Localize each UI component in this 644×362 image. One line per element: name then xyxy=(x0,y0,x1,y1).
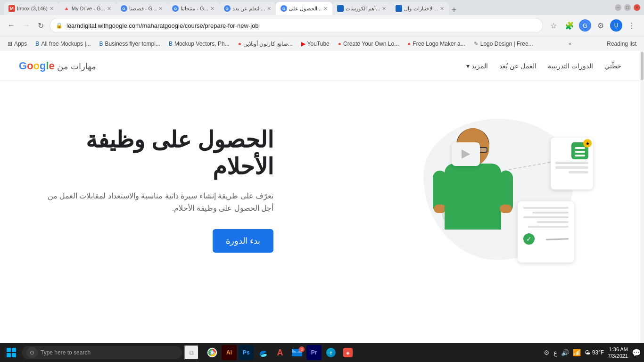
tab4-close[interactable]: ✕ xyxy=(210,6,215,12)
bookmark-cartoon[interactable]: ● صانع كارتون أونلاين... xyxy=(234,39,297,49)
tab8-close[interactable]: ✕ xyxy=(440,6,444,12)
volume-icon[interactable]: 🔊 xyxy=(561,349,569,356)
bookmark-logo-design[interactable]: ✎ Logo Design | Free... xyxy=(470,39,537,49)
taskbar-autocad[interactable]: A xyxy=(272,345,288,360)
taskbar-mail[interactable]: 3 xyxy=(289,345,305,360)
nav-courses[interactable]: الدورات التدريبية xyxy=(548,62,593,70)
start-course-button[interactable]: بدء الدورة xyxy=(213,229,273,253)
website-content: خطّتي الدورات التدريبية العمل عن بُعد ال… xyxy=(0,51,640,343)
bookmark-apps[interactable]: ⊞ Apps xyxy=(4,39,31,49)
logo-g2: g xyxy=(40,60,46,72)
tab-gmail[interactable]: M Inbox (3,146) ✕ xyxy=(4,2,58,15)
bookmark-flyer[interactable]: B Business flyer templ... xyxy=(96,39,164,49)
taskbar-illustrator[interactable]: Ai xyxy=(222,345,237,360)
bookmark-logo-maker[interactable]: ● Create Your Own Lo... xyxy=(334,39,403,49)
minimize-button[interactable]: ─ xyxy=(615,4,621,11)
bookmark-flyer-icon: B xyxy=(99,41,103,47)
logo-o2: o xyxy=(33,60,40,72)
toolbar-icons: ☆ 🧩 G ⚙ U ⋮ xyxy=(547,19,638,32)
card-document: ✓ xyxy=(518,201,574,263)
new-tab-button[interactable]: + xyxy=(449,5,460,15)
start-button[interactable] xyxy=(3,344,20,361)
clock-area[interactable]: 1:36 AM 7/3/2021 xyxy=(608,346,628,360)
tab-8[interactable]: الاختبارات وال... ✕ xyxy=(391,2,448,15)
nav-links: خطّتي الدورات التدريبية العمل عن بُعد ال… xyxy=(466,62,621,70)
bookmark-cartoon-icon: ● xyxy=(238,41,241,47)
bookmark-free-logo[interactable]: ● Free Logo Maker a... xyxy=(404,39,469,49)
forward-button[interactable]: → xyxy=(21,19,32,32)
taskbar-browser2[interactable]: e xyxy=(323,345,339,360)
tab3-label: قصصنا - G... xyxy=(129,6,157,12)
tab-active[interactable]: G الحصول على... ✕ xyxy=(276,2,332,15)
bookmark-logo-maker-icon: ● xyxy=(338,41,341,47)
person-arm-right xyxy=(499,171,513,213)
bookmark-vectors[interactable]: B Mockup Vectors, Ph... xyxy=(165,39,233,49)
tab-gmail-close[interactable]: ✕ xyxy=(50,6,54,12)
doc-check-icon: ✓ xyxy=(523,233,535,245)
tab4-favicon: G xyxy=(172,5,179,12)
reading-list-button[interactable]: Reading list xyxy=(603,39,640,49)
task-view-button[interactable]: ⧉ xyxy=(184,345,199,360)
logo-g: G xyxy=(19,60,27,72)
network-icon[interactable]: 📶 xyxy=(573,349,581,356)
youtube-icon: ▶ xyxy=(301,41,305,47)
nav-remote[interactable]: العمل عن بُعد xyxy=(499,62,537,70)
tab8-favicon xyxy=(396,5,402,12)
tab4-label: منتجاتنا - G... xyxy=(181,6,208,12)
bookmark-logo-design-icon: ✎ xyxy=(474,41,479,47)
taskbar-app-extra[interactable]: ◈ xyxy=(340,345,355,360)
tab7-close[interactable]: ✕ xyxy=(382,6,386,12)
url-bar[interactable]: 🔒 learndigital.withgoogle.com/maharatgoo… xyxy=(50,18,543,33)
maximize-button[interactable]: □ xyxy=(624,4,631,11)
weather-area[interactable]: 🌤 93°F xyxy=(585,349,604,356)
lock-icon: 🔒 xyxy=(56,22,63,29)
tab-3[interactable]: G قصصنا - G... ✕ xyxy=(116,2,168,15)
scrollbar[interactable] xyxy=(640,51,644,343)
bookmarks-more[interactable]: » xyxy=(565,39,576,49)
tab6-close[interactable]: ✕ xyxy=(323,6,328,12)
taskbar-edge[interactable] xyxy=(256,345,271,360)
svg-point-2 xyxy=(211,351,214,354)
tab-drive-close[interactable]: ✕ xyxy=(107,6,111,12)
taskbar-chrome[interactable] xyxy=(205,345,220,360)
tab3-close[interactable]: ✕ xyxy=(158,6,163,12)
back-button[interactable]: ← xyxy=(6,19,17,32)
close-button[interactable]: ✕ xyxy=(634,4,640,11)
tab-gmail-label: Inbox (3,146) xyxy=(17,6,48,11)
google-account-icon[interactable]: G xyxy=(579,19,591,32)
tab-4[interactable]: G منتجاتنا - G... ✕ xyxy=(167,2,219,15)
menu-button[interactable]: ⋮ xyxy=(625,19,638,32)
nav-my-plan[interactable]: خطّتي xyxy=(604,62,621,70)
nav-more[interactable]: المزيد ▾ xyxy=(466,62,488,70)
scrollbar-thumb[interactable] xyxy=(641,52,644,80)
gmail-favicon: M xyxy=(8,5,15,12)
site-nav: خطّتي الدورات التدريبية العمل عن بُعد ال… xyxy=(0,51,640,81)
bookmark-mockups[interactable]: B All free Mockups |... xyxy=(32,39,94,49)
logo-text-arabic: مهارات من xyxy=(55,62,96,71)
bookmark-youtube[interactable]: ▶ YouTube xyxy=(297,39,333,49)
tab5-close[interactable]: ✕ xyxy=(267,6,271,12)
taskbar-photoshop[interactable]: Ps xyxy=(239,345,254,360)
notification-icon[interactable]: 💬 xyxy=(632,348,641,357)
tab-7[interactable]: أهم الكورسات... ✕ xyxy=(332,2,391,15)
weather-icon: 🌤 xyxy=(585,349,590,356)
taskbar-premiere[interactable]: Pr xyxy=(306,345,322,360)
doc-line-5 xyxy=(528,226,569,228)
browser-window: M Inbox (3,146) ✕ 🔺 My Drive - G... ✕ G … xyxy=(0,0,644,362)
bookmark-vectors-icon: B xyxy=(169,41,173,47)
doc-line-4 xyxy=(537,221,569,223)
hero-text: الحصول على وظيفة الأحلام تعرّف على طريقة… xyxy=(38,126,273,253)
language-indicator[interactable]: ع xyxy=(553,349,557,356)
tab-5[interactable]: G التعلم عن بعد... ✕ xyxy=(219,2,276,15)
profile-button[interactable]: U xyxy=(610,19,622,32)
tab-drive[interactable]: 🔺 My Drive - G... ✕ xyxy=(58,2,116,15)
windows-logo xyxy=(7,348,16,357)
person-body xyxy=(445,164,501,230)
settings-button[interactable]: ⚙ xyxy=(594,19,607,32)
bookmark-free-logo-label: Free Logo Maker a... xyxy=(413,41,465,47)
taskbar-search[interactable]: ⊙ Type here to search xyxy=(22,346,182,359)
star-button[interactable]: ☆ xyxy=(547,19,560,32)
settings-tray-icon[interactable]: ⚙ xyxy=(544,349,550,356)
reload-button[interactable]: ↻ xyxy=(36,19,46,32)
extensions-button[interactable]: 🧩 xyxy=(563,19,576,32)
